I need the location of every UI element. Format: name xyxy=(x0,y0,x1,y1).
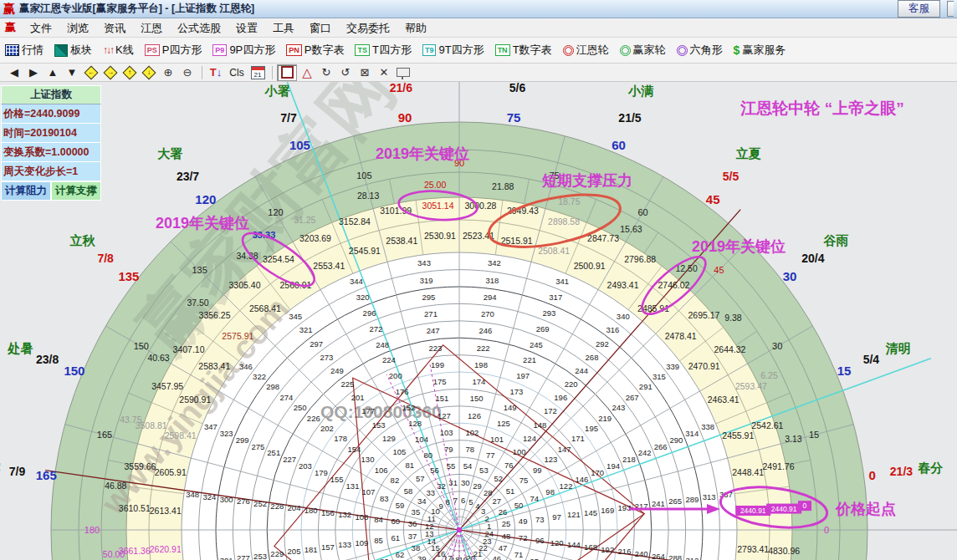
svg-text:242: 242 xyxy=(638,448,652,457)
svg-text:25.00: 25.00 xyxy=(424,180,446,190)
svg-text:60: 60 xyxy=(612,138,626,152)
gann-wheel-chart[interactable]: 赢家财富网www.yingjia.comQQ:10080036012345678… xyxy=(0,82,957,560)
svg-text:2598.41: 2598.41 xyxy=(165,430,197,440)
down-tool-button[interactable]: ▼ xyxy=(63,65,81,80)
svg-text:立秋: 立秋 xyxy=(69,233,95,247)
svg-text:338: 338 xyxy=(701,422,714,431)
menu-item-设置[interactable]: 设置 xyxy=(228,20,265,36)
svg-text:71: 71 xyxy=(514,550,524,559)
svg-text:2: 2 xyxy=(485,514,489,523)
svg-text:2575.91: 2575.91 xyxy=(222,331,253,341)
toolbar-item-赢家轮[interactable]: 赢家轮 xyxy=(620,43,666,58)
svg-text:197: 197 xyxy=(516,371,530,380)
toolbar-item-9T四方形[interactable]: T99T四方形 xyxy=(422,43,484,58)
svg-text:2455.91: 2455.91 xyxy=(722,430,754,440)
app-logo-icon: 赢 xyxy=(3,2,15,17)
svg-text:2793.41: 2793.41 xyxy=(737,544,769,554)
calc-resistance-button[interactable]: 计算阻力 xyxy=(1,181,51,201)
svg-text:315: 315 xyxy=(652,372,666,381)
menu-item-工具[interactable]: 工具 xyxy=(265,20,302,36)
menu-item-浏览[interactable]: 浏览 xyxy=(59,20,96,36)
svg-text:341: 341 xyxy=(555,277,569,286)
svg-text:248: 248 xyxy=(376,340,389,349)
toolbar-item-行情[interactable]: 行情 xyxy=(5,43,44,58)
toolbar-item-K线[interactable]: ↑↓↑K线 xyxy=(103,43,134,58)
toolbar-item-T数字表[interactable]: TNT数字表 xyxy=(495,43,552,58)
svg-text:53: 53 xyxy=(479,466,489,475)
toolbar-item-江恩轮[interactable]: 江恩轮 xyxy=(563,43,609,58)
svg-text:229: 229 xyxy=(270,549,284,558)
svg-text:321: 321 xyxy=(299,325,313,334)
customer-service-button[interactable]: 客服 xyxy=(898,0,940,18)
svg-text:3356.25: 3356.25 xyxy=(199,310,231,320)
svg-text:218: 218 xyxy=(622,455,636,464)
svg-text:9.38: 9.38 xyxy=(724,313,742,323)
menu-item-交易委托[interactable]: 交易委托 xyxy=(339,20,397,36)
svg-text:181: 181 xyxy=(304,545,318,554)
shrink-tool-button[interactable]: ✕ xyxy=(375,65,393,80)
svg-text:21/5: 21/5 xyxy=(618,111,641,125)
prev-tool-button[interactable]: ◀ xyxy=(5,65,23,80)
toolbar-item-P数字表[interactable]: PNP数字表 xyxy=(286,43,344,58)
svg-text:2583.41: 2583.41 xyxy=(198,361,230,371)
diamond-right-tool-button[interactable]: → xyxy=(101,65,120,80)
annotation-price-start: 价格起点 xyxy=(835,501,896,517)
zoom-out-tool-button[interactable]: ⊖ xyxy=(178,65,197,80)
svg-text:313: 313 xyxy=(703,492,716,501)
screen-tool-button[interactable] xyxy=(394,65,412,80)
sort-tool-button[interactable]: T↓ xyxy=(207,65,225,80)
svg-text:276: 276 xyxy=(237,496,250,506)
menu-item-文件[interactable]: 文件 xyxy=(23,20,59,36)
square-tool-button[interactable] xyxy=(277,64,297,81)
zoom-in-tool-button[interactable]: ⊕ xyxy=(159,65,177,80)
toolbar-item-T四方形[interactable]: TST四方形 xyxy=(355,43,411,58)
svg-text:15.63: 15.63 xyxy=(620,224,642,234)
menu-item-公式选股[interactable]: 公式选股 xyxy=(170,20,228,36)
svg-text:清明: 清明 xyxy=(885,341,911,355)
rotate-ccw-tool-button[interactable]: ↺ xyxy=(336,65,355,80)
gann-wheel-chart-area[interactable]: 赢家财富网www.yingjia.comQQ:10080036012345678… xyxy=(0,82,957,560)
drawing-toolbar: ◀▶▲▼←→↑↓⊕⊖T↓Cls21△↻↺⊠✕ xyxy=(0,64,957,82)
menu-item-帮助[interactable]: 帮助 xyxy=(397,20,434,36)
triangle-tool-button[interactable]: △ xyxy=(298,65,316,80)
menu-item-资讯[interactable]: 资讯 xyxy=(96,20,133,36)
cls-tool-button[interactable]: Cls xyxy=(226,65,248,80)
diamond-down-tool-button[interactable]: ↓ xyxy=(140,65,158,80)
svg-text:2796.88: 2796.88 xyxy=(624,254,656,264)
svg-text:75: 75 xyxy=(519,476,529,485)
window-title: 赢家江恩专业版[赢家服务平台] - [上证指数 江恩轮] xyxy=(19,2,898,16)
svg-text:165: 165 xyxy=(36,468,57,482)
svg-text:31: 31 xyxy=(448,478,458,487)
svg-text:124: 124 xyxy=(523,434,536,443)
expand-tool-button[interactable]: ⊠ xyxy=(356,65,374,80)
up-tool-button[interactable]: ▲ xyxy=(44,65,62,80)
svg-text:120: 120 xyxy=(550,538,564,547)
svg-text:316: 316 xyxy=(606,325,619,334)
svg-text:247: 247 xyxy=(427,326,440,335)
partial-window-button[interactable] xyxy=(947,1,954,17)
next-tool-button[interactable]: ▶ xyxy=(24,65,43,80)
menu-item-江恩[interactable]: 江恩 xyxy=(133,20,170,36)
svg-text:105: 105 xyxy=(289,138,310,152)
diamond-up-tool-button[interactable]: ↑ xyxy=(120,65,139,80)
svg-text:264: 264 xyxy=(652,552,665,560)
toolbar-item-P四方形[interactable]: PSP四方形 xyxy=(145,43,202,58)
svg-text:8: 8 xyxy=(446,497,450,507)
menu-item-窗口[interactable]: 窗口 xyxy=(302,20,339,36)
svg-text:61: 61 xyxy=(392,533,401,542)
calendar-tool-button[interactable]: 21 xyxy=(248,65,267,80)
rotate-cw-tool-button[interactable]: ↻ xyxy=(317,65,335,80)
svg-text:36: 36 xyxy=(408,519,417,528)
svg-text:85: 85 xyxy=(374,536,383,545)
toolbar-item-9P四方形[interactable]: P99P四方形 xyxy=(212,43,275,58)
svg-text:293: 293 xyxy=(543,308,556,318)
svg-text:5/6: 5/6 xyxy=(509,82,526,94)
toolbar-item-板块[interactable]: 板块 xyxy=(54,43,92,58)
svg-text:343: 343 xyxy=(417,258,431,267)
diamond-left-tool-button[interactable]: ← xyxy=(82,65,100,80)
toolbar-item-六角形[interactable]: 六角形 xyxy=(677,43,723,58)
time-value: 时间=20190104 xyxy=(1,124,101,143)
calc-support-button[interactable]: 计算支撑 xyxy=(51,181,101,201)
toolbar-item-赢家服务[interactable]: $赢家服务 xyxy=(734,43,786,58)
svg-text:小满: 小满 xyxy=(627,84,653,98)
